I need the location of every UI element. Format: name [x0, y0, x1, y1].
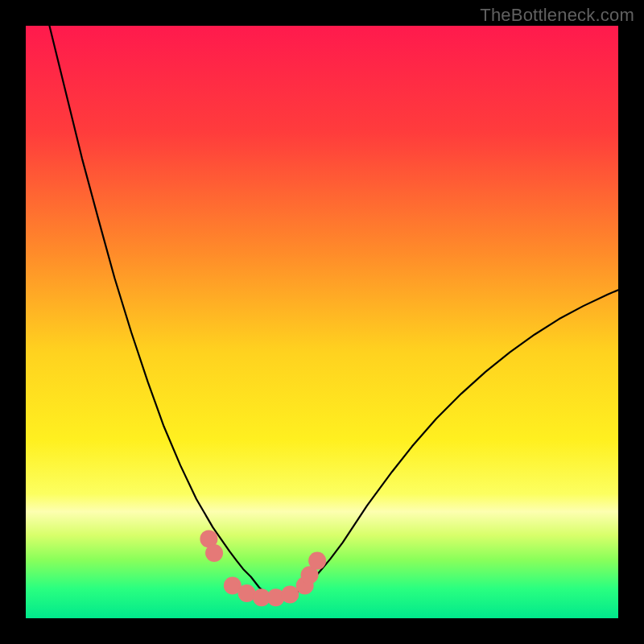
- watermark-text: TheBottleneck.com: [480, 5, 634, 26]
- plot-svg: [26, 26, 618, 618]
- marker-point: [281, 586, 299, 604]
- chart-frame: TheBottleneck.com: [0, 0, 644, 644]
- background-gradient: [26, 26, 618, 618]
- marker-point: [205, 544, 223, 562]
- plot-area: [26, 26, 618, 618]
- marker-point: [308, 552, 326, 570]
